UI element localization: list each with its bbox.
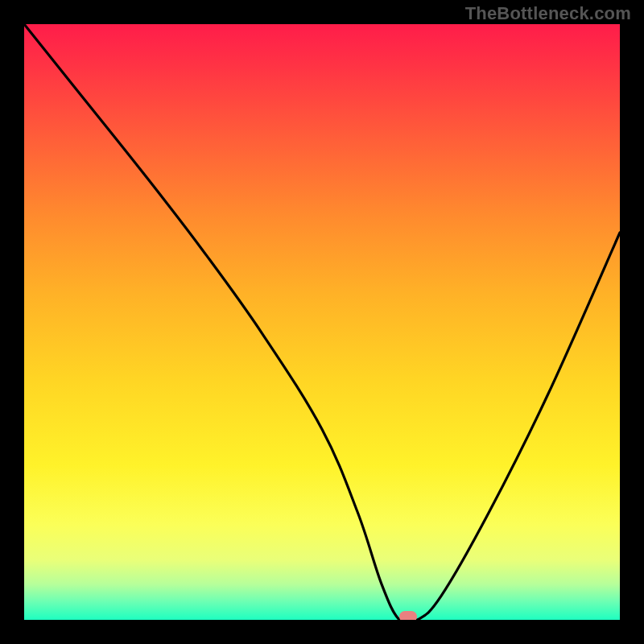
watermark-text: TheBottleneck.com	[465, 3, 631, 24]
curve-path	[24, 24, 620, 620]
plot-area	[24, 24, 620, 620]
optimal-marker	[399, 611, 417, 620]
bottleneck-curve	[24, 24, 620, 620]
chart-frame: TheBottleneck.com	[0, 0, 644, 644]
